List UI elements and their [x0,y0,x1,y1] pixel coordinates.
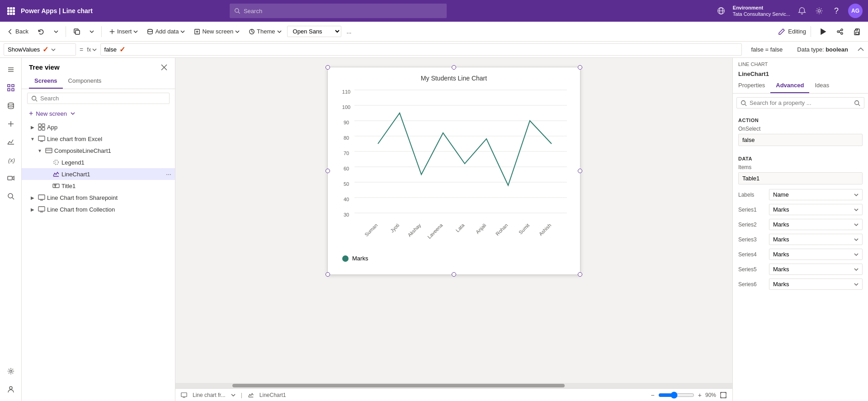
new-screen-button[interactable]: + New screen [22,108,175,121]
notifications-icon[interactable] [797,5,807,16]
fit-screen-icon[interactable] [720,392,727,399]
handle-mr[interactable] [578,169,582,173]
tab-advanced[interactable]: Advanced [770,79,809,93]
tree-item-composite[interactable]: ▼ CompositeLineChart1 [22,145,175,156]
zoom-minus-button[interactable]: − [651,392,655,399]
zoom-slider[interactable] [658,392,694,399]
avatar[interactable]: AG [848,4,863,18]
fx-button[interactable]: fx [87,47,96,53]
editing-label: Editing [788,28,806,35]
expand-app[interactable]: ▶ [29,123,36,131]
property-selector[interactable]: ShowValues ✓ [4,43,76,56]
right-search-submit-icon[interactable] [854,100,860,106]
handle-bm[interactable] [452,272,456,277]
formula-input[interactable]: false ✓ [100,43,742,56]
media-icon[interactable] [3,170,19,186]
tree-tabs: Screens Components [22,75,175,89]
handle-tm[interactable] [452,65,456,70]
data-icon[interactable] [3,98,19,114]
handle-br[interactable] [578,272,582,277]
horizontal-scrollbar[interactable] [175,383,732,388]
settings-bottom-icon[interactable] [3,363,19,379]
handle-tl[interactable] [326,65,330,70]
handle-tr[interactable] [578,65,582,70]
tree-legend-label: Legend1 [61,159,85,166]
account-icon[interactable] [3,381,19,397]
right-search-box[interactable] [736,97,864,109]
help-icon[interactable]: ? [831,5,842,16]
scrollbar-thumb[interactable] [232,384,564,387]
tree-collection-label: Line Chart from Collection [47,206,115,213]
formula-text: false [104,46,117,53]
svg-text:Laveena: Laveena [426,222,444,240]
handle-bl[interactable] [326,272,330,277]
tree-search-input[interactable] [40,95,165,102]
series3-dropdown[interactable]: Marks [769,234,863,245]
tree-item-collection[interactable]: ▶ Line Chart from Collection [22,203,175,215]
tab-components[interactable]: Components [63,75,107,89]
items-input[interactable] [738,172,863,184]
expand-collection[interactable]: ▶ [29,206,36,213]
on-select-input[interactable] [738,134,863,146]
tab-screens[interactable]: Screens [29,75,63,89]
share-button[interactable] [833,26,847,37]
series1-dropdown[interactable]: Marks [769,204,863,215]
save-button[interactable] [850,26,864,37]
screen-chevron-icon[interactable] [231,393,236,397]
preview-button[interactable] [816,26,830,37]
variable-icon[interactable]: (x) [3,152,19,168]
collection-screen-icon [38,206,45,213]
tree-item-linechart1[interactable]: LineChart1 ··· [22,168,175,180]
tab-ideas[interactable]: Ideas [809,79,835,93]
left-icon-strip: (x) [0,58,22,401]
expand-sharepoint[interactable]: ▶ [29,194,36,201]
settings-icon[interactable] [814,5,825,16]
insert-icon[interactable] [3,116,19,132]
search-input[interactable] [244,8,442,14]
canvas-area[interactable]: My Students Line Chart 110 100 90 80 70 … [175,58,732,401]
expand-icon[interactable] [3,61,19,78]
waffle-menu-icon[interactable] [5,5,16,16]
search-icon[interactable] [3,188,19,204]
series6-dropdown[interactable]: Marks [769,278,863,290]
item-more-icon[interactable]: ··· [166,170,171,178]
tree-item-title[interactable]: T Title1 [22,180,175,192]
tree-item-app[interactable]: ▶ App [22,121,175,133]
back-button[interactable]: Back [4,26,32,37]
data-type-label: Data type: boolean [792,46,854,53]
series5-dropdown[interactable]: Marks [769,264,863,275]
zoom-control: − + 90% [651,392,727,399]
tab-properties[interactable]: Properties [733,79,770,93]
svg-point-60 [54,160,58,165]
expand-excel[interactable]: ▼ [29,135,36,142]
tree-item-sharepoint[interactable]: ▶ Line Chart from Sharepoint [22,192,175,203]
copy-dropdown-button[interactable] [86,28,98,36]
more-button[interactable]: ... [343,26,355,37]
tree-search-box[interactable] [27,93,170,104]
labels-dropdown[interactable]: Name [769,189,863,200]
insert-button[interactable]: Insert [105,26,142,37]
add-data-button[interactable]: Add data [143,26,189,37]
undo-dropdown-button[interactable] [50,28,62,36]
undo-button[interactable] [34,26,48,37]
expand-composite[interactable]: ▼ [36,147,43,154]
zoom-plus-button[interactable]: + [698,392,702,399]
series4-dropdown[interactable]: Marks [769,249,863,260]
series2-dropdown[interactable]: Marks [769,219,863,230]
handle-ml[interactable] [326,169,330,173]
tree-item-excel-screen[interactable]: ▼ Line chart from Excel [22,133,175,145]
series1-label: Series1 [738,207,765,213]
svg-rect-96 [181,392,187,396]
tree-item-legend[interactable]: ! Legend1 [22,156,175,168]
collapse-icon[interactable] [857,46,864,53]
svg-text:90: 90 [344,120,349,125]
font-selector[interactable]: Open Sans [287,26,341,37]
right-search-input[interactable] [750,99,851,106]
close-icon[interactable] [160,64,168,71]
tree-view-icon[interactable] [3,80,19,96]
search-bar[interactable] [230,4,447,18]
analytics-icon[interactable] [3,134,19,150]
theme-button[interactable]: Theme [245,26,285,37]
copy-button[interactable] [70,26,84,37]
new-screen-button[interactable]: New screen [190,26,243,37]
